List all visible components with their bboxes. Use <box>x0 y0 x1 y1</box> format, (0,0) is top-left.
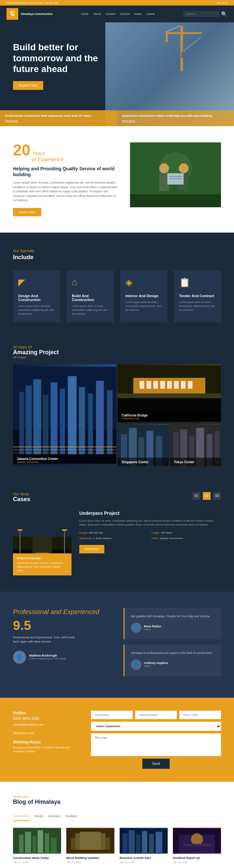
blog-card-3-title: Business Growth 2021 <box>120 856 168 860</box>
svg-rect-28 <box>88 393 93 454</box>
form-submit-button[interactable]: Send <box>142 759 169 769</box>
testimonial-2-text: Himalaya is professional and expert in t… <box>131 651 214 655</box>
blog-img-4 <box>173 828 221 854</box>
experience-section: 20 Years of Experience Helping and Provi… <box>0 126 234 232</box>
blog-tab-blocks[interactable]: Blocks <box>35 812 44 821</box>
project-item-california[interactable]: California Bridge California, USA <box>118 364 221 423</box>
specialty-1-desc: Lorem ipsum dolor sit amet, consectetur … <box>18 304 55 316</box>
svg-point-91 <box>191 833 203 845</box>
specialty-2-name: Build And Construction <box>72 294 108 302</box>
logo-text: Himalaya Construction <box>21 12 53 16</box>
experience-left: 20 Years of Experience Helping and Provi… <box>13 143 120 216</box>
experience-image-inner <box>130 143 221 207</box>
blog-tab-construction[interactable]: Construction <box>13 812 30 821</box>
nav-service[interactable]: Service <box>120 12 130 16</box>
svg-rect-74 <box>32 836 36 853</box>
nav-career[interactable]: Career <box>146 12 155 16</box>
cases-nav-btn-3[interactable]: 03 <box>213 492 221 500</box>
cases-meta-budget-label: Budget: <box>79 531 88 534</box>
svg-rect-84 <box>129 830 135 853</box>
project-location-jakarta: Jakarta, Indonesia <box>17 461 112 464</box>
project-item-singapore[interactable]: Singapore Center <box>118 424 169 467</box>
contact-form: Select Department Send <box>91 711 221 769</box>
years-number: 20 <box>13 143 30 158</box>
date-input[interactable] <box>179 711 221 719</box>
blog-tab-business[interactable]: Business <box>48 812 60 821</box>
hero-card-1: Professional Constructor with experience… <box>0 110 117 126</box>
hours-label: Working Hours <box>13 740 78 744</box>
svg-rect-40 <box>147 381 151 389</box>
specialty-card-1: ◤ Design And Construction Lorem ipsum do… <box>13 271 60 322</box>
cases-detail: Underpass Project Lorem ipsum dolor sit … <box>79 510 221 576</box>
blog-card-2-img <box>66 828 114 854</box>
svg-rect-24 <box>51 382 57 455</box>
svg-rect-87 <box>149 834 154 853</box>
cases-nav-btn-1[interactable]: 01 <box>192 492 200 500</box>
project-name-tokyo: Tokyo Center <box>174 460 217 464</box>
blog-img-2 <box>66 828 114 854</box>
nav-about[interactable]: About <box>93 12 101 16</box>
blog-card-1: Construction News Today Jan 12, 2021 <box>13 828 61 864</box>
person-role: Chief Professional In The World <box>29 657 66 660</box>
blog-card-4: Dividend Report Q1 Jan 20, 2021 <box>173 828 221 864</box>
project-item-jakarta[interactable]: Jakarta Convention Center Jakarta, Indon… <box>13 364 116 466</box>
project-overlay-singapore: Singapore Center <box>118 458 169 466</box>
first-name-input[interactable] <box>91 711 133 719</box>
svg-rect-92 <box>183 844 210 846</box>
svg-rect-25 <box>60 389 65 454</box>
department-select[interactable]: Select Department <box>91 722 221 731</box>
header-search-area: 🔍 <box>183 11 228 17</box>
cases-nav-btn-2[interactable]: 02 <box>203 492 211 500</box>
project-overlay-jakarta: Jakarta Convention Center Jakarta, Indon… <box>13 455 116 466</box>
testimonial-1-info: Rene Radon Client <box>144 625 161 631</box>
search-icon[interactable]: 🔍 <box>221 11 228 17</box>
logo-box: 🏗 <box>6 8 18 20</box>
svg-rect-66 <box>13 510 72 536</box>
specialty-1-name: Design And Construction <box>18 294 55 302</box>
projects-subtitle: All Project <box>13 356 221 359</box>
hero-card-2-title: Experience Constructor which could help … <box>122 114 229 117</box>
nav: Home About Contact Service News Career <box>81 12 155 16</box>
message-textarea[interactable] <box>91 734 221 756</box>
svg-rect-32 <box>13 450 116 450</box>
blog-card-2-date: Jan 15, 2021 <box>66 861 114 864</box>
last-name-input[interactable] <box>135 711 177 719</box>
blog-grid: Construction News Today Jan 12, 2021 Blo… <box>13 828 221 864</box>
top-bar: Himalaya Building, County Help, London 0… <box>0 0 234 5</box>
header: 🏗 Himalaya Construction Home About Conta… <box>0 5 234 22</box>
jakarta-img <box>13 364 116 466</box>
testimonials-badge: Professional and Experienced <box>13 608 110 616</box>
testimonial-2-person: 👤 Anthony Hopkins Client <box>131 659 214 670</box>
testimonial-card-2: Himalaya is professional and expert in t… <box>124 645 221 676</box>
hero-card-2-link[interactable]: Read More <box>122 119 229 122</box>
form-row-1 <box>91 711 221 719</box>
testimonials-person: 👤 Matthew Burbrough Chief Professional I… <box>13 651 110 664</box>
blog-header: News and Blog of Himalaya <box>13 795 221 805</box>
testimonials-right: We grateful with Himalaya. Thanks for Yo… <box>124 608 221 681</box>
project-name-jakarta: Jakarta Convention Center <box>17 457 112 461</box>
svg-rect-22 <box>33 379 41 454</box>
cases-read-more-button[interactable]: Read More <box>79 545 104 553</box>
svg-rect-73 <box>25 832 31 853</box>
blog-tab-dividend[interactable]: Dividend <box>66 812 77 821</box>
projects-header: 20 Years Of Amazing Project All Project <box>13 345 221 359</box>
nav-home[interactable]: Home <box>81 12 89 16</box>
experience-explore-button[interactable]: Explore Now <box>13 208 41 216</box>
hero-card-1-link[interactable]: Read More <box>5 119 112 122</box>
project-item-tokyo[interactable]: Tokyo Center <box>170 424 221 467</box>
search-input[interactable] <box>183 11 219 17</box>
nav-contact[interactable]: Contact <box>105 12 115 16</box>
nav-news[interactable]: News <box>134 12 142 16</box>
testimonial-1-name: Rene Radon <box>144 625 161 628</box>
workers-illustration <box>130 143 221 207</box>
hero-content: Build better for tommorrow and the futur… <box>0 22 234 100</box>
project-row-2: Singapore Center Tokyo Cent <box>118 424 221 466</box>
logo-icon: 🏗 <box>10 11 15 17</box>
testimonial-2-name: Anthony Hopkins <box>144 661 168 664</box>
contact-phone: (000) 8894 3200 <box>13 716 78 720</box>
person-avatar: 👤 <box>13 651 26 664</box>
svg-rect-33 <box>13 453 116 454</box>
cases-meta-length-value: 500 Meter <box>161 531 173 534</box>
specialty-3-name: Interior And Design <box>126 294 162 298</box>
explore-now-button[interactable]: Explore Now <box>13 81 43 90</box>
